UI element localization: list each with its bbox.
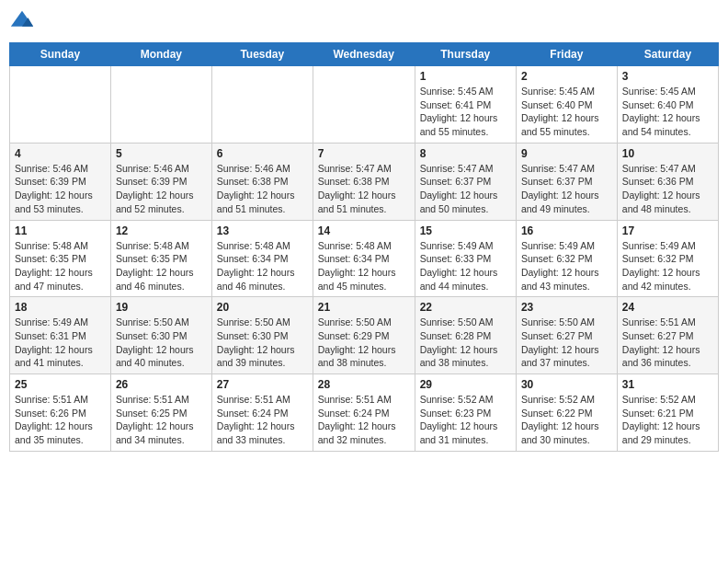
day-info: Sunrise: 5:49 AM Sunset: 6:31 PM Dayligh… <box>15 316 106 370</box>
day-number: 1 <box>420 70 511 83</box>
day-cell: 22Sunrise: 5:50 AM Sunset: 6:28 PM Dayli… <box>415 297 516 374</box>
day-cell: 24Sunrise: 5:51 AM Sunset: 6:27 PM Dayli… <box>617 297 718 374</box>
day-cell: 18Sunrise: 5:49 AM Sunset: 6:31 PM Dayli… <box>10 297 111 374</box>
day-cell: 9Sunrise: 5:47 AM Sunset: 6:37 PM Daylig… <box>516 143 617 220</box>
day-info: Sunrise: 5:48 AM Sunset: 6:35 PM Dayligh… <box>15 239 106 293</box>
day-number: 16 <box>521 224 612 237</box>
day-cell <box>211 66 313 144</box>
day-info: Sunrise: 5:46 AM Sunset: 6:38 PM Dayligh… <box>217 162 308 216</box>
day-info: Sunrise: 5:48 AM Sunset: 6:34 PM Dayligh… <box>217 239 308 293</box>
day-header-thursday: Thursday <box>415 43 516 66</box>
day-number: 11 <box>15 224 106 237</box>
day-cell: 15Sunrise: 5:49 AM Sunset: 6:33 PM Dayli… <box>415 220 516 297</box>
day-cell: 8Sunrise: 5:47 AM Sunset: 6:37 PM Daylig… <box>415 143 516 220</box>
day-cell: 21Sunrise: 5:50 AM Sunset: 6:29 PM Dayli… <box>313 297 415 374</box>
week-row-2: 4Sunrise: 5:46 AM Sunset: 6:39 PM Daylig… <box>10 143 719 220</box>
day-info: Sunrise: 5:51 AM Sunset: 6:26 PM Dayligh… <box>15 393 106 447</box>
day-info: Sunrise: 5:47 AM Sunset: 6:37 PM Dayligh… <box>521 162 612 216</box>
day-number: 15 <box>420 224 511 237</box>
day-info: Sunrise: 5:49 AM Sunset: 6:33 PM Dayligh… <box>420 239 511 293</box>
day-cell: 13Sunrise: 5:48 AM Sunset: 6:34 PM Dayli… <box>211 220 313 297</box>
day-number: 14 <box>318 224 410 237</box>
day-cell: 3Sunrise: 5:45 AM Sunset: 6:40 PM Daylig… <box>617 66 718 144</box>
day-cell: 29Sunrise: 5:52 AM Sunset: 6:23 PM Dayli… <box>415 374 516 452</box>
day-info: Sunrise: 5:48 AM Sunset: 6:35 PM Dayligh… <box>116 239 207 293</box>
day-info: Sunrise: 5:46 AM Sunset: 6:39 PM Dayligh… <box>116 162 207 216</box>
day-cell: 19Sunrise: 5:50 AM Sunset: 6:30 PM Dayli… <box>110 297 211 374</box>
logo <box>9 9 39 35</box>
day-cell: 6Sunrise: 5:46 AM Sunset: 6:38 PM Daylig… <box>211 143 313 220</box>
day-number: 12 <box>116 224 207 237</box>
day-number: 31 <box>622 378 713 391</box>
day-info: Sunrise: 5:52 AM Sunset: 6:22 PM Dayligh… <box>521 393 612 447</box>
day-number: 18 <box>15 301 106 314</box>
day-cell: 4Sunrise: 5:46 AM Sunset: 6:39 PM Daylig… <box>10 143 111 220</box>
day-number: 22 <box>420 301 511 314</box>
day-header-friday: Friday <box>516 43 617 66</box>
day-info: Sunrise: 5:49 AM Sunset: 6:32 PM Dayligh… <box>521 239 612 293</box>
day-number: 5 <box>116 147 207 160</box>
day-cell: 12Sunrise: 5:48 AM Sunset: 6:35 PM Dayli… <box>110 220 211 297</box>
day-info: Sunrise: 5:45 AM Sunset: 6:41 PM Dayligh… <box>420 85 511 139</box>
week-row-3: 11Sunrise: 5:48 AM Sunset: 6:35 PM Dayli… <box>10 220 719 297</box>
day-number: 3 <box>622 70 713 83</box>
day-info: Sunrise: 5:47 AM Sunset: 6:38 PM Dayligh… <box>318 162 410 216</box>
day-info: Sunrise: 5:52 AM Sunset: 6:23 PM Dayligh… <box>420 393 511 447</box>
day-number: 8 <box>420 147 511 160</box>
day-info: Sunrise: 5:49 AM Sunset: 6:32 PM Dayligh… <box>622 239 713 293</box>
day-header-sunday: Sunday <box>10 43 111 66</box>
day-number: 28 <box>318 378 410 391</box>
day-info: Sunrise: 5:46 AM Sunset: 6:39 PM Dayligh… <box>15 162 106 216</box>
day-number: 24 <box>622 301 713 314</box>
day-header-monday: Monday <box>110 43 211 66</box>
day-header-tuesday: Tuesday <box>211 43 313 66</box>
day-cell: 27Sunrise: 5:51 AM Sunset: 6:24 PM Dayli… <box>211 374 313 452</box>
day-cell <box>110 66 211 144</box>
day-number: 26 <box>116 378 207 391</box>
day-info: Sunrise: 5:50 AM Sunset: 6:27 PM Dayligh… <box>521 316 612 370</box>
day-number: 30 <box>521 378 612 391</box>
day-cell: 5Sunrise: 5:46 AM Sunset: 6:39 PM Daylig… <box>110 143 211 220</box>
day-info: Sunrise: 5:45 AM Sunset: 6:40 PM Dayligh… <box>521 85 612 139</box>
day-number: 19 <box>116 301 207 314</box>
day-info: Sunrise: 5:52 AM Sunset: 6:21 PM Dayligh… <box>622 393 713 447</box>
day-info: Sunrise: 5:51 AM Sunset: 6:27 PM Dayligh… <box>622 316 713 370</box>
calendar-header-row: SundayMondayTuesdayWednesdayThursdayFrid… <box>10 43 719 66</box>
calendar-table: SundayMondayTuesdayWednesdayThursdayFrid… <box>9 42 719 452</box>
day-number: 25 <box>15 378 106 391</box>
day-number: 13 <box>217 224 308 237</box>
day-cell: 31Sunrise: 5:52 AM Sunset: 6:21 PM Dayli… <box>617 374 718 452</box>
day-info: Sunrise: 5:50 AM Sunset: 6:30 PM Dayligh… <box>116 316 207 370</box>
day-info: Sunrise: 5:50 AM Sunset: 6:28 PM Dayligh… <box>420 316 511 370</box>
day-cell: 10Sunrise: 5:47 AM Sunset: 6:36 PM Dayli… <box>617 143 718 220</box>
day-info: Sunrise: 5:45 AM Sunset: 6:40 PM Dayligh… <box>622 85 713 139</box>
day-header-saturday: Saturday <box>617 43 718 66</box>
day-number: 4 <box>15 147 106 160</box>
day-cell: 11Sunrise: 5:48 AM Sunset: 6:35 PM Dayli… <box>10 220 111 297</box>
day-info: Sunrise: 5:51 AM Sunset: 6:25 PM Dayligh… <box>116 393 207 447</box>
day-header-wednesday: Wednesday <box>313 43 415 66</box>
day-number: 2 <box>521 70 612 83</box>
day-number: 10 <box>622 147 713 160</box>
day-info: Sunrise: 5:51 AM Sunset: 6:24 PM Dayligh… <box>318 393 410 447</box>
day-cell: 28Sunrise: 5:51 AM Sunset: 6:24 PM Dayli… <box>313 374 415 452</box>
day-number: 27 <box>217 378 308 391</box>
day-number: 20 <box>217 301 308 314</box>
day-number: 23 <box>521 301 612 314</box>
day-info: Sunrise: 5:48 AM Sunset: 6:34 PM Dayligh… <box>318 239 410 293</box>
day-cell: 30Sunrise: 5:52 AM Sunset: 6:22 PM Dayli… <box>516 374 617 452</box>
day-number: 6 <box>217 147 308 160</box>
day-cell: 2Sunrise: 5:45 AM Sunset: 6:40 PM Daylig… <box>516 66 617 144</box>
calendar-body: 1Sunrise: 5:45 AM Sunset: 6:41 PM Daylig… <box>10 66 719 452</box>
day-number: 7 <box>318 147 410 160</box>
day-number: 21 <box>318 301 410 314</box>
day-info: Sunrise: 5:50 AM Sunset: 6:30 PM Dayligh… <box>217 316 308 370</box>
week-row-1: 1Sunrise: 5:45 AM Sunset: 6:41 PM Daylig… <box>10 66 719 144</box>
day-cell: 14Sunrise: 5:48 AM Sunset: 6:34 PM Dayli… <box>313 220 415 297</box>
day-info: Sunrise: 5:50 AM Sunset: 6:29 PM Dayligh… <box>318 316 410 370</box>
day-cell: 20Sunrise: 5:50 AM Sunset: 6:30 PM Dayli… <box>211 297 313 374</box>
day-info: Sunrise: 5:47 AM Sunset: 6:36 PM Dayligh… <box>622 162 713 216</box>
day-cell: 26Sunrise: 5:51 AM Sunset: 6:25 PM Dayli… <box>110 374 211 452</box>
week-row-5: 25Sunrise: 5:51 AM Sunset: 6:26 PM Dayli… <box>10 374 719 452</box>
day-info: Sunrise: 5:47 AM Sunset: 6:37 PM Dayligh… <box>420 162 511 216</box>
